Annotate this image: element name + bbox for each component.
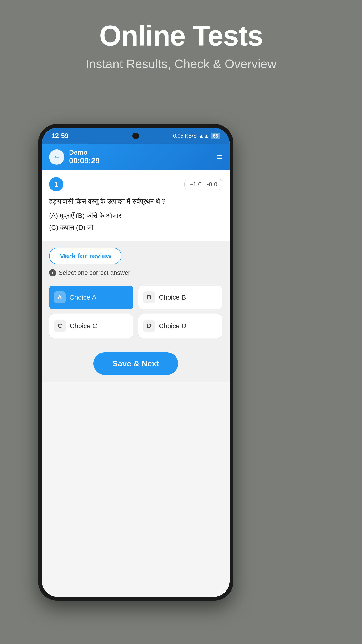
question-header: 1 +1.0 -0.0 [49,177,222,192]
choice-d-button[interactable]: D Choice D [138,314,222,338]
choice-c-button[interactable]: C Choice C [49,314,133,338]
choice-b-label: Choice B [159,294,186,301]
save-next-button[interactable]: Save & Next [93,352,178,375]
instruction-text: Select one correct answer [59,269,130,276]
score-negative: -0.0 [207,181,217,188]
menu-icon[interactable]: ≡ [217,152,222,162]
camera-notch [132,132,139,139]
demo-label: Demo [69,149,99,156]
page-subtitle: Instant Results, Check & Overview [0,57,362,71]
status-icons: 0.05 KB/S ▲▲ 66 [173,133,220,139]
back-arrow-icon: ← [53,152,60,161]
choice-c-label: Choice C [70,322,97,330]
save-section: Save & Next [42,345,230,382]
app-header: ← Demo 00:09:29 ≡ [42,144,230,170]
page-title-section: Online Tests Instant Results, Check & Ov… [0,19,362,71]
status-time: 12:59 [51,132,69,140]
page-title: Online Tests [0,19,362,52]
review-section: Mark for review i Select one correct ans… [42,241,230,283]
choice-a-label: Choice A [69,294,96,301]
choices-section: A Choice A B Choice B C Choice C D Choic… [42,283,230,345]
question-inline-options: (A) मुद्राएँ (B) काँसे के औजार (C) कपास … [49,210,222,234]
mark-review-button[interactable]: Mark for review [49,248,121,264]
data-speed: 0.05 KB/S [173,133,197,139]
question-number: 1 [49,177,63,192]
choices-grid: A Choice A B Choice B C Choice C D Choic… [49,286,222,338]
choice-b-button[interactable]: B Choice B [138,286,222,309]
choice-d-label: Choice D [159,322,186,330]
choice-a-button[interactable]: A Choice A [49,286,133,309]
choice-c-letter: C [54,320,66,332]
score-positive: +1.0 [189,181,201,188]
battery-badge: 66 [211,133,220,139]
back-button[interactable]: ← [49,150,64,165]
header-info: Demo 00:09:29 [69,149,99,165]
choice-a-letter: A [54,292,66,304]
choice-d-letter: D [143,320,155,332]
info-icon: i [49,269,56,276]
phone-screen: 12:59 0.05 KB/S ▲▲ 66 ← Demo 00:09:29 ≡ [42,128,230,597]
question-text: हड़प्पावासी किस वस्तु के उत्पादन में सर्… [49,196,222,207]
phone-frame: 12:59 0.05 KB/S ▲▲ 66 ← Demo 00:09:29 ≡ [38,124,233,600]
timer: 00:09:29 [69,156,99,165]
network-icon: ▲▲ [199,133,209,139]
instruction: i Select one correct answer [49,269,222,276]
score-badge: +1.0 -0.0 [184,178,222,190]
question-area: 1 +1.0 -0.0 हड़प्पावासी किस वस्तु के उत्… [42,170,230,241]
choice-b-letter: B [143,292,155,304]
header-left: ← Demo 00:09:29 [49,149,99,165]
